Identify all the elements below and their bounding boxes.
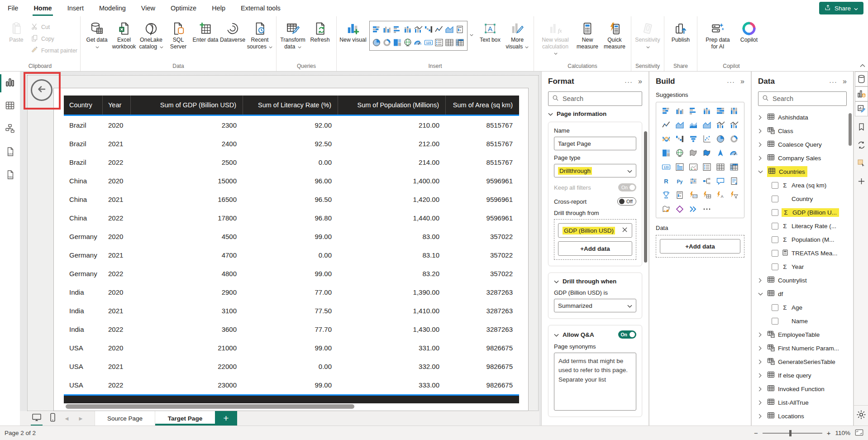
menu-view[interactable]: View <box>134 0 163 16</box>
table-row[interactable]: India2022360077.701,430.003287263 <box>64 320 519 339</box>
data-pane-toggle-icon[interactable] <box>855 72 868 86</box>
more-options-icon[interactable]: ··· <box>625 78 633 86</box>
field-checkbox[interactable] <box>772 209 778 216</box>
matrix-visual-icon[interactable] <box>455 38 464 47</box>
menu-help[interactable]: Help <box>204 0 233 16</box>
table-row[interactable]: Germany2022480099.0083.20357022 <box>64 264 519 283</box>
table-class[interactable]: Class <box>758 124 847 138</box>
table-df[interactable]: df <box>758 287 847 301</box>
table-row[interactable]: India2021310077.501,410.003287263 <box>64 301 519 320</box>
sidebar-tmdl-view[interactable]: TMDL <box>0 164 20 187</box>
column-header[interactable]: Sum of GDP (Billion USD) <box>131 96 243 115</box>
area-stacked-visual-icon[interactable] <box>689 120 698 129</box>
bar-clustered-visual-icon[interactable] <box>689 106 698 115</box>
paginated-visual-icon[interactable] <box>455 25 464 34</box>
collapse-pane-icon[interactable]: » <box>638 77 642 86</box>
combo-visual-icon[interactable] <box>414 25 423 34</box>
field-checkbox[interactable] <box>772 250 778 257</box>
table-company-sales[interactable]: Company Sales <box>758 151 847 165</box>
page-tab-source-page[interactable]: Source Page <box>95 411 155 426</box>
next-page-arrow-icon[interactable]: ► <box>78 415 84 422</box>
drill-field-chip[interactable]: GDP (Billion USD) <box>558 223 632 238</box>
table-locations[interactable]: Locations <box>758 409 847 423</box>
table-row[interactable]: Germany2020450099.0083.00357022 <box>64 227 519 246</box>
zap123-visual-icon[interactable]: 123 <box>689 191 698 200</box>
column-header[interactable]: Sum of Literacy Rate (%) <box>243 96 338 115</box>
chevron-right-icon[interactable] <box>758 156 764 161</box>
field-literacy-rate-[interactable]: ΣLiteracy Rate (... <box>758 219 847 233</box>
bookmarks-icon[interactable] <box>855 120 868 134</box>
table-visual[interactable]: CountryYearSum of GDP (Billion USD)Sum o… <box>53 88 529 411</box>
zoom-in-button[interactable]: + <box>827 429 831 437</box>
table-row[interactable]: Brazil2021240092.50212.008515767 <box>64 134 519 153</box>
table-row[interactable]: USA20202100099.00331.009826675 <box>64 339 519 357</box>
powerautomate-visual-icon[interactable] <box>689 205 698 214</box>
table-row[interactable]: USA2021220000.00332.009826675 <box>64 357 519 376</box>
column-header[interactable]: Country <box>64 96 103 115</box>
bar-stacked-visual-icon[interactable] <box>662 106 671 115</box>
zapgrid-visual-icon[interactable] <box>702 191 711 200</box>
waterfall-visual-icon[interactable] <box>675 134 684 143</box>
page-name-input[interactable]: Target Page <box>554 137 636 150</box>
decomp-visual-icon[interactable] <box>702 177 711 186</box>
map-arc-visual-icon[interactable] <box>662 205 671 214</box>
table-row[interactable]: China20201500096.001,400.009596961 <box>64 172 519 190</box>
ribbon-more-visuals-button[interactable]: More visuals <box>504 17 531 50</box>
col-clustered-visual-icon[interactable] <box>382 25 391 34</box>
table-ashishdata[interactable]: Ashishdata <box>758 110 847 124</box>
table-visual-icon[interactable] <box>445 38 454 47</box>
sliders-visual-icon[interactable] <box>689 177 698 186</box>
settings-gear-icon[interactable] <box>855 408 868 423</box>
ribbon-copilot-button[interactable]: Copilot <box>735 17 763 43</box>
field-name[interactable]: Name <box>758 314 847 328</box>
allow-qa-toggle[interactable]: On <box>618 330 636 339</box>
format-search-input[interactable]: Search <box>548 91 642 106</box>
zoom-slider-thumb[interactable] <box>789 430 792 436</box>
waterfall-visual-icon[interactable] <box>424 25 433 34</box>
chevron-right-icon[interactable] <box>758 373 764 378</box>
field-age[interactable]: ΣAge <box>758 301 847 314</box>
chevron-right-icon[interactable] <box>758 387 764 392</box>
combo-visual-icon[interactable] <box>716 120 725 129</box>
ribbon-recent-sources-button[interactable]: Recent sources <box>246 17 273 50</box>
fit-to-page-icon[interactable] <box>855 429 863 437</box>
column-header[interactable]: Sum of Area (sq km) <box>446 96 519 115</box>
share-button[interactable]: Share <box>819 2 863 14</box>
column-header[interactable]: Sum of Population (Millions) <box>338 96 446 115</box>
collapse-pane-icon[interactable]: » <box>740 77 744 86</box>
scatter-visual-icon[interactable] <box>702 134 711 143</box>
format-pane-scrollbar[interactable] <box>644 131 647 263</box>
slicer-visual-icon[interactable] <box>434 38 444 47</box>
column-header[interactable]: Year <box>103 96 131 115</box>
chevron-right-icon[interactable] <box>758 400 764 405</box>
treemap-visual-icon[interactable] <box>662 148 671 158</box>
table-if-else-query[interactable]: If else query <box>758 368 847 382</box>
field-checkbox[interactable] <box>772 196 778 202</box>
filled-map-visual-icon[interactable] <box>689 148 698 158</box>
prev-page-arrow-icon[interactable]: ◄ <box>64 415 70 422</box>
desktop-view-icon[interactable] <box>32 413 42 423</box>
shape-map-visual-icon[interactable] <box>702 148 711 158</box>
sidebar-model-view[interactable] <box>0 118 20 141</box>
field-country[interactable]: Country <box>758 192 847 206</box>
zoom-out-button[interactable]: − <box>754 429 758 437</box>
table-visual-icon[interactable] <box>716 163 725 172</box>
card123-visual-icon[interactable]: 123 <box>424 38 433 47</box>
field-checkbox[interactable] <box>772 318 778 325</box>
combo2-visual-icon[interactable] <box>730 120 739 129</box>
chevron-down-icon[interactable] <box>758 292 764 296</box>
ribbon-new-measure-button[interactable]: New measure <box>574 17 601 50</box>
col-100-visual-icon[interactable] <box>730 106 739 115</box>
ribbon-visual-icon[interactable] <box>662 134 671 143</box>
remove-field-icon[interactable] <box>622 227 628 234</box>
ribbon-sql-server-button[interactable]: SQL Server <box>165 17 192 50</box>
menu-external-tools[interactable]: External tools <box>233 0 288 16</box>
kpi-visual-icon[interactable] <box>689 163 698 172</box>
area-visual-icon[interactable] <box>675 120 684 129</box>
ribbon-publish-button[interactable]: Publish <box>667 17 694 43</box>
sidebar-dax-query-view[interactable]: DAX <box>0 141 20 164</box>
page-tab-target-page[interactable]: Target Page <box>155 411 215 426</box>
ribbon-onelake-catalog-button[interactable]: OneLake catalog <box>138 17 165 50</box>
chevron-right-icon[interactable] <box>758 332 764 337</box>
menu-insert[interactable]: Insert <box>60 0 91 16</box>
